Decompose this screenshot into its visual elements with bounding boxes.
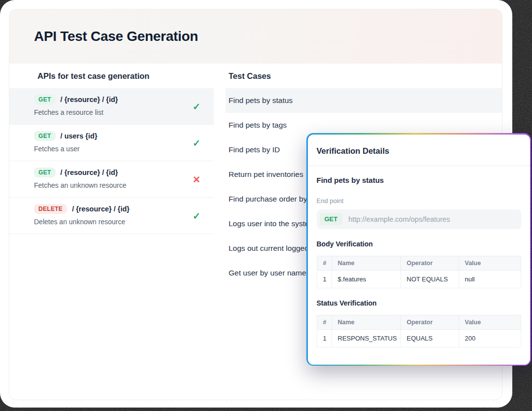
- api-list-item[interactable]: GET / {resource} / {id} Fetches a resour…: [9, 88, 214, 125]
- table-header-row: # Name Operator Value: [317, 256, 521, 270]
- card-header: API Test Case Generation: [9, 9, 502, 64]
- endpoint-label: End point: [317, 197, 521, 205]
- api-description: Fetches a resource list: [34, 108, 214, 116]
- cell-operator: NOT EQUALS: [400, 270, 459, 288]
- col-header-name: Name: [332, 256, 400, 270]
- cell-value: 200: [459, 329, 521, 347]
- api-path: / users {id}: [61, 132, 98, 140]
- endpoint-method-badge: GET: [320, 213, 343, 225]
- table-header-row: # Name Operator Value: [317, 315, 521, 329]
- method-badge: DELETE: [34, 204, 67, 214]
- api-list-item[interactable]: DELETE / {resource} / {id} Deletes an un…: [9, 198, 214, 234]
- test-case-label: Find pets by status: [229, 96, 293, 105]
- col-header-num: #: [317, 256, 332, 270]
- test-case-label: Find purchase order by ID: [229, 195, 317, 204]
- cell-name: $.features: [332, 270, 400, 288]
- api-item-line: GET / {resource} / {id}: [34, 95, 214, 104]
- test-case-label: Get user by user name: [229, 269, 306, 277]
- body-verification-title: Body Verification: [317, 240, 521, 248]
- verification-panel-inner: Verification Details Find pets by status…: [308, 135, 530, 365]
- status-verification-table: # Name Operator Value 1 RESPONS_STATUS E…: [317, 315, 521, 347]
- cell-num: 1: [317, 270, 332, 288]
- check-icon: ✓: [193, 138, 200, 147]
- test-cases-title: Test Cases: [226, 64, 502, 88]
- api-description: Fetches an unknown resource: [34, 181, 214, 189]
- test-case-label: Find pets by tags: [229, 121, 287, 130]
- check-icon: ✓: [193, 102, 200, 111]
- api-list-item[interactable]: GET / users {id} Fetches a user ✓: [9, 125, 214, 161]
- method-badge: GET: [34, 168, 56, 177]
- test-case-label: Logs user into the system: [229, 219, 316, 228]
- test-case-label: Find pets by ID: [229, 145, 280, 154]
- api-description: Fetches a user: [34, 145, 214, 153]
- cell-num: 1: [317, 329, 332, 347]
- method-badge: GET: [34, 95, 56, 104]
- col-header-operator: Operator: [400, 256, 459, 270]
- col-header-name: Name: [332, 315, 400, 329]
- cell-operator: EQUALS: [400, 329, 459, 347]
- check-icon: ✓: [193, 211, 200, 220]
- api-item-line: GET / users {id}: [34, 131, 214, 141]
- verification-panel-body: Find pets by status End point GET http:/…: [308, 166, 530, 357]
- table-row: 1 RESPONS_STATUS EQUALS 200: [317, 329, 521, 347]
- endpoint-field[interactable]: GET http://example.com/ops/features: [317, 209, 521, 229]
- status-verification-title: Status Verification: [317, 299, 521, 307]
- body-verification-table: # Name Operator Value 1 $.features NOT E…: [317, 256, 521, 288]
- api-item-line: DELETE / {resource} / {id}: [34, 204, 214, 214]
- api-description: Deletes an unknown resource: [34, 218, 214, 226]
- col-header-value: Value: [459, 256, 521, 270]
- test-case-label: Return pet inventories: [229, 170, 303, 179]
- api-list-item[interactable]: GET / {resource} / {id} Fetches an unkno…: [9, 161, 214, 198]
- page-title: API Test Case Generation: [34, 29, 198, 44]
- test-case-row[interactable]: Find pets by status: [226, 88, 502, 113]
- api-list-title: APIs for test case generation: [9, 64, 214, 88]
- api-path: / {resource} / {id}: [61, 169, 118, 176]
- verification-test-name: Find pets by status: [317, 176, 521, 184]
- method-badge: GET: [34, 131, 56, 141]
- verification-panel-title: Verification Details: [308, 135, 530, 166]
- api-item-line: GET / {resource} / {id}: [34, 168, 214, 177]
- x-icon: ✕: [193, 174, 200, 184]
- col-header-operator: Operator: [400, 315, 459, 329]
- col-header-num: #: [317, 315, 332, 329]
- col-header-value: Value: [459, 315, 521, 329]
- api-list-column: APIs for test case generation GET / {res…: [9, 64, 214, 285]
- cell-value: null: [459, 270, 521, 288]
- api-path: / {resource} / {id}: [72, 205, 130, 213]
- verification-panel: Verification Details Find pets by status…: [306, 133, 531, 366]
- endpoint-url: http://example.com/ops/features: [348, 215, 450, 223]
- cell-name: RESPONS_STATUS: [332, 329, 400, 347]
- table-row: 1 $.features NOT EQUALS null: [317, 270, 521, 288]
- api-path: / {resource} / {id}: [61, 96, 118, 103]
